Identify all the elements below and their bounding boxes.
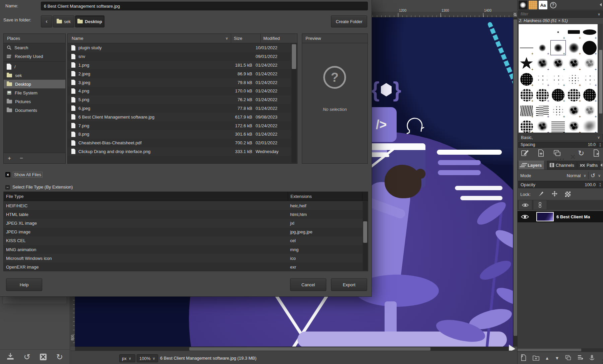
column-name[interactable]: Name ∨ [68,36,231,41]
brush-scrollbar[interactable] [599,24,603,133]
canvas-vscrollbar[interactable] [513,17,517,347]
brush-swatch[interactable] [519,40,534,56]
file-type-expander[interactable]: − [5,185,10,190]
unit-dropdown[interactable]: px∨ [119,354,135,362]
brush-swatch[interactable] [519,56,534,71]
new-brush-icon[interactable] [537,149,545,158]
column-extensions[interactable]: Extensions [288,192,362,201]
opacity-stepper[interactable]: ▲▼ [598,181,602,188]
breadcrumb-desktop[interactable]: Desktop [75,15,105,27]
file-row[interactable]: 1.png181.5 kB01/24/2022 [68,61,290,70]
brush-swatch[interactable] [566,103,582,119]
save-tool-preset-icon[interactable] [7,353,14,361]
file-row[interactable]: Cheatsheet-Bias-Cheatsheet.pdf700.2 kB02… [68,139,290,147]
duplicate-layer-icon[interactable] [565,355,572,362]
column-modified[interactable]: Modified [260,34,297,43]
help-button[interactable]: Help [6,278,42,291]
brush-swatch[interactable] [519,103,534,119]
tab-layers[interactable]: Layers [518,161,544,169]
file-row[interactable]: 5.png76.2 kB01/24/2022 [68,95,290,104]
file-row[interactable]: 8.png301.6 kB01/24/2022 [68,130,290,139]
brush-swatch[interactable] [550,103,566,119]
open-brush-icon[interactable] [593,149,600,158]
place-item-documents[interactable]: Documents [4,106,65,115]
add-place-button[interactable]: + [8,155,11,162]
redo-icon[interactable]: ↻ [56,353,63,361]
new-group-icon[interactable] [533,355,539,362]
file-type-row[interactable]: JPEG XL imagejxl [4,219,362,227]
brush-swatch[interactable] [550,24,566,40]
chevron-left-icon[interactable] [599,163,602,167]
brush-grid[interactable] [518,24,598,133]
file-row[interactable]: 6 Best Client Management software.jpg617… [68,113,290,121]
merge-layer-icon[interactable] [577,355,583,362]
brush-swatch-selected[interactable] [550,40,566,56]
file-row[interactable]: plugin study10/01/2022 [68,44,290,52]
brush-scroll-thumb[interactable] [599,50,602,114]
brush-swatch[interactable] [550,87,566,103]
brush-swatch[interactable] [582,40,598,56]
brush-swatch[interactable] [582,24,598,40]
raise-layer-icon[interactable]: ▲ [545,356,549,361]
create-folder-button[interactable]: Create Folder [331,15,367,27]
brush-swatch[interactable] [566,56,582,71]
layers-scroll-thumb[interactable] [518,349,581,351]
file-type-row[interactable]: MNG animationmng [4,245,362,254]
brush-swatch[interactable] [550,71,566,87]
duplicate-brush-icon[interactable] [553,149,561,158]
file-row[interactable]: 2.jpeg86.9 kB01/24/2022 [68,69,290,78]
tab-brushes[interactable] [519,1,527,9]
place-item-desktop[interactable]: Desktop [4,80,65,88]
brush-swatch[interactable] [550,56,566,71]
edit-brush-icon[interactable] [521,149,529,158]
file-list-scr ollbar[interactable] [291,44,296,163]
brush-swatch[interactable] [582,119,598,133]
file-type-row[interactable]: Microsoft Windows iconico [4,254,362,263]
brush-swatch[interactable] [534,87,550,103]
tab-patterns[interactable] [529,1,537,9]
file-row[interactable]: 4.png170.0 kB01/24/2022 [68,87,290,95]
chevron-down-icon[interactable]: ∨ [584,174,586,177]
lock-alpha-icon[interactable] [565,192,571,197]
brush-swatch[interactable] [566,119,582,133]
chevron-down-icon[interactable]: ∨ [598,174,601,177]
lock-pixels-icon[interactable] [538,191,544,198]
brush-swatch[interactable] [534,40,550,56]
file-list-scroll-thumb[interactable] [292,44,296,69]
breadcrumb-sek[interactable]: sek [53,15,74,27]
place-item-filesystem[interactable]: File System [4,88,65,97]
tab-help[interactable]: ? [549,1,557,9]
mode-reset-icon[interactable]: ↺ [591,173,595,178]
canvas-hscrollbar[interactable] [75,347,513,351]
brush-filter-input[interactable] [519,12,598,16]
tab-fonts[interactable]: Aa [539,1,547,9]
brush-swatch[interactable] [534,119,550,133]
tab-channels[interactable]: Channels [547,161,577,169]
column-size[interactable]: Size [231,34,260,43]
vscroll-thumb[interactable] [514,19,517,336]
layer-name[interactable]: 6 Best Client Ma [556,214,590,219]
brush-swatch[interactable] [582,87,598,103]
new-layer-icon[interactable] [520,354,527,362]
brush-swatch[interactable] [566,40,582,56]
brush-swatch[interactable] [519,71,534,87]
cancel-button[interactable]: Cancel [290,278,326,291]
file-type-scroll-thumb[interactable] [363,221,367,243]
show-all-files-label[interactable]: Show All Files [13,172,43,177]
brush-swatch[interactable] [566,24,582,40]
file-type-expander-label[interactable]: Select File Type (By Extension) [12,185,73,190]
brush-swatch[interactable] [566,71,582,87]
eye-icon[interactable] [521,214,529,219]
file-row[interactable]: 3.jpeg79.8 kB01/24/2022 [68,78,290,87]
file-row[interactable]: snv09/01/2022 [68,52,290,61]
file-row[interactable]: 7.png172.6 kB01/24/2022 [68,121,290,130]
export-button[interactable]: Export [331,278,367,291]
brush-swatch[interactable] [534,56,550,71]
layer-row[interactable]: 6 Best Client Ma [518,211,603,222]
file-type-row[interactable]: OpenEXR imageexr [4,263,362,271]
anchor-layer-icon[interactable] [589,355,595,362]
place-item-search[interactable]: Search [4,43,65,52]
lock-position-icon[interactable] [551,191,558,198]
brush-swatch[interactable] [566,87,582,103]
remove-place-button[interactable]: − [20,155,23,162]
